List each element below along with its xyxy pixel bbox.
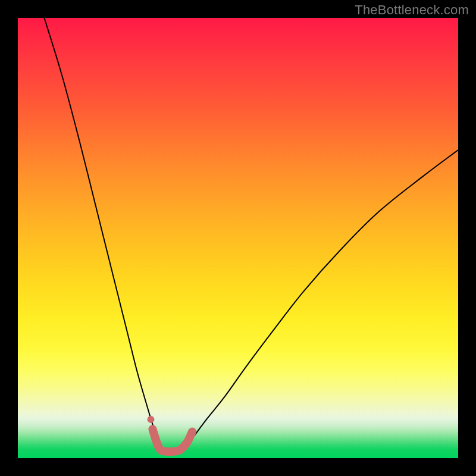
watermark-text: TheBottleneck.com xyxy=(355,2,469,18)
curve-layer xyxy=(18,18,458,458)
plot-area xyxy=(18,18,458,458)
bottleneck-curve xyxy=(44,18,458,452)
optimal-dot xyxy=(147,416,154,423)
optimal-zone-marker xyxy=(152,429,192,452)
chart-frame: TheBottleneck.com xyxy=(0,0,476,476)
